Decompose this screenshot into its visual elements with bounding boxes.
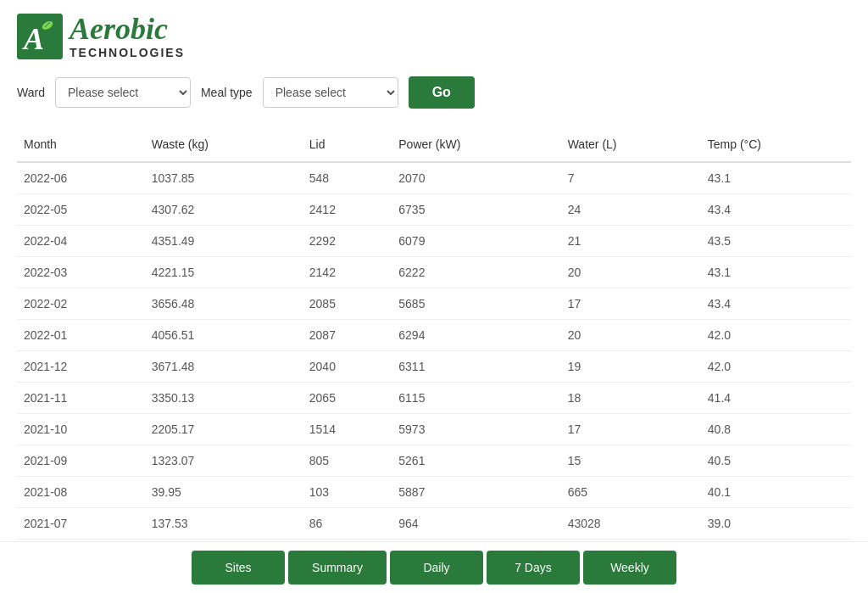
cell-10-5: 40.1 bbox=[701, 477, 851, 508]
cell-2-2: 2292 bbox=[303, 226, 392, 257]
table-header: MonthWaste (kg)LidPower (kW)Water (L)Tem… bbox=[17, 127, 851, 162]
cell-0-0: 2022-06 bbox=[17, 162, 145, 194]
cell-6-0: 2021-12 bbox=[17, 351, 145, 383]
cell-6-3: 6311 bbox=[392, 351, 560, 383]
cell-4-0: 2022-02 bbox=[17, 288, 145, 320]
cell-0-1: 1037.85 bbox=[145, 162, 303, 194]
cell-3-4: 20 bbox=[561, 257, 701, 288]
col-header-2: Lid bbox=[303, 127, 392, 162]
cell-3-3: 6222 bbox=[392, 257, 560, 288]
cell-3-1: 4221.15 bbox=[145, 257, 303, 288]
cell-0-5: 43.1 bbox=[701, 162, 851, 194]
bottom-nav: SitesSummaryDaily7 DaysWeekly bbox=[0, 541, 868, 548]
svg-text:A: A bbox=[22, 22, 44, 56]
logo-brand: Aerobic bbox=[70, 14, 185, 44]
cell-7-2: 2065 bbox=[303, 383, 392, 414]
logo-a: A bbox=[70, 12, 90, 46]
cell-1-5: 43.4 bbox=[701, 194, 851, 226]
cell-2-5: 43.5 bbox=[701, 226, 851, 257]
cell-1-4: 24 bbox=[561, 194, 701, 226]
cell-0-4: 7 bbox=[561, 162, 701, 194]
cell-5-4: 20 bbox=[561, 320, 701, 351]
data-table-container: MonthWaste (kg)LidPower (kW)Water (L)Tem… bbox=[0, 119, 868, 548]
cell-8-5: 40.8 bbox=[701, 414, 851, 445]
cell-7-1: 3350.13 bbox=[145, 383, 303, 414]
cell-5-0: 2022-01 bbox=[17, 320, 145, 351]
table-row: 2021-123671.48204063111942.0 bbox=[17, 351, 851, 383]
cell-7-0: 2021-11 bbox=[17, 383, 145, 414]
cell-6-5: 42.0 bbox=[701, 351, 851, 383]
cell-10-0: 2021-08 bbox=[17, 477, 145, 508]
cell-6-1: 3671.48 bbox=[145, 351, 303, 383]
cell-2-4: 21 bbox=[561, 226, 701, 257]
cell-6-4: 19 bbox=[561, 351, 701, 383]
cell-11-5: 39.0 bbox=[701, 508, 851, 540]
cell-10-4: 665 bbox=[561, 477, 701, 508]
data-table: MonthWaste (kg)LidPower (kW)Water (L)Tem… bbox=[17, 127, 851, 540]
logo-erobic: erobic bbox=[90, 12, 168, 46]
cell-9-1: 1323.07 bbox=[145, 445, 303, 477]
cell-4-3: 5685 bbox=[392, 288, 560, 320]
cell-9-4: 15 bbox=[561, 445, 701, 477]
table-row: 2022-023656.48208556851743.4 bbox=[17, 288, 851, 320]
cell-8-3: 5973 bbox=[392, 414, 560, 445]
cell-7-3: 6115 bbox=[392, 383, 560, 414]
ward-select[interactable]: Please select bbox=[55, 77, 191, 108]
col-header-5: Temp (°C) bbox=[701, 127, 851, 162]
cell-9-2: 805 bbox=[303, 445, 392, 477]
cell-3-5: 43.1 bbox=[701, 257, 851, 288]
cell-7-4: 18 bbox=[561, 383, 701, 414]
meal-type-select[interactable]: Please select bbox=[263, 77, 398, 108]
col-header-3: Power (kW) bbox=[392, 127, 560, 162]
cell-8-0: 2021-10 bbox=[17, 414, 145, 445]
cell-10-1: 39.95 bbox=[145, 477, 303, 508]
table-row: 2022-034221.15214262222043.1 bbox=[17, 257, 851, 288]
table-row: 2022-014056.51208762942042.0 bbox=[17, 320, 851, 351]
cell-2-1: 4351.49 bbox=[145, 226, 303, 257]
cell-8-2: 1514 bbox=[303, 414, 392, 445]
cell-11-2: 86 bbox=[303, 508, 392, 540]
cell-0-3: 2070 bbox=[392, 162, 560, 194]
cell-8-4: 17 bbox=[561, 414, 701, 445]
cell-5-2: 2087 bbox=[303, 320, 392, 351]
cell-8-1: 2205.17 bbox=[145, 414, 303, 445]
cell-9-3: 5261 bbox=[392, 445, 560, 477]
logo-technologies: TECHNOLOGIES bbox=[70, 46, 185, 59]
logo: A Aerobic TECHNOLOGIES bbox=[17, 14, 851, 59]
cell-1-1: 4307.62 bbox=[145, 194, 303, 226]
cell-7-5: 41.4 bbox=[701, 383, 851, 414]
cell-10-2: 103 bbox=[303, 477, 392, 508]
cell-4-1: 3656.48 bbox=[145, 288, 303, 320]
cell-4-5: 43.4 bbox=[701, 288, 851, 320]
cell-10-3: 5887 bbox=[392, 477, 560, 508]
cell-11-3: 964 bbox=[392, 508, 560, 540]
table-row: 2022-054307.62241267352443.4 bbox=[17, 194, 851, 226]
col-header-0: Month bbox=[17, 127, 145, 162]
toolbar: Ward Please select Meal type Please sele… bbox=[0, 66, 868, 119]
cell-5-5: 42.0 bbox=[701, 320, 851, 351]
cell-1-2: 2412 bbox=[303, 194, 392, 226]
logo-text: Aerobic TECHNOLOGIES bbox=[70, 14, 185, 59]
cell-1-3: 6735 bbox=[392, 194, 560, 226]
cell-2-0: 2022-04 bbox=[17, 226, 145, 257]
cell-9-0: 2021-09 bbox=[17, 445, 145, 477]
ward-label: Ward bbox=[17, 86, 45, 99]
header: A Aerobic TECHNOLOGIES bbox=[0, 0, 868, 66]
cell-2-3: 6079 bbox=[392, 226, 560, 257]
table-row: 2021-07137.53869644302839.0 bbox=[17, 508, 851, 540]
table-body: 2022-061037.855482070743.12022-054307.62… bbox=[17, 162, 851, 540]
cell-4-2: 2085 bbox=[303, 288, 392, 320]
cell-3-2: 2142 bbox=[303, 257, 392, 288]
cell-11-1: 137.53 bbox=[145, 508, 303, 540]
go-button[interactable]: Go bbox=[409, 76, 475, 109]
table-row: 2022-061037.855482070743.1 bbox=[17, 162, 851, 194]
meal-type-label: Meal type bbox=[201, 86, 253, 99]
cell-5-3: 6294 bbox=[392, 320, 560, 351]
cell-5-1: 4056.51 bbox=[145, 320, 303, 351]
cell-11-0: 2021-07 bbox=[17, 508, 145, 540]
table-row: 2021-091323.0780552611540.5 bbox=[17, 445, 851, 477]
logo-icon: A bbox=[17, 14, 63, 59]
table-header-row: MonthWaste (kg)LidPower (kW)Water (L)Tem… bbox=[17, 127, 851, 162]
col-header-4: Water (L) bbox=[561, 127, 701, 162]
table-row: 2021-0839.95103588766540.1 bbox=[17, 477, 851, 508]
